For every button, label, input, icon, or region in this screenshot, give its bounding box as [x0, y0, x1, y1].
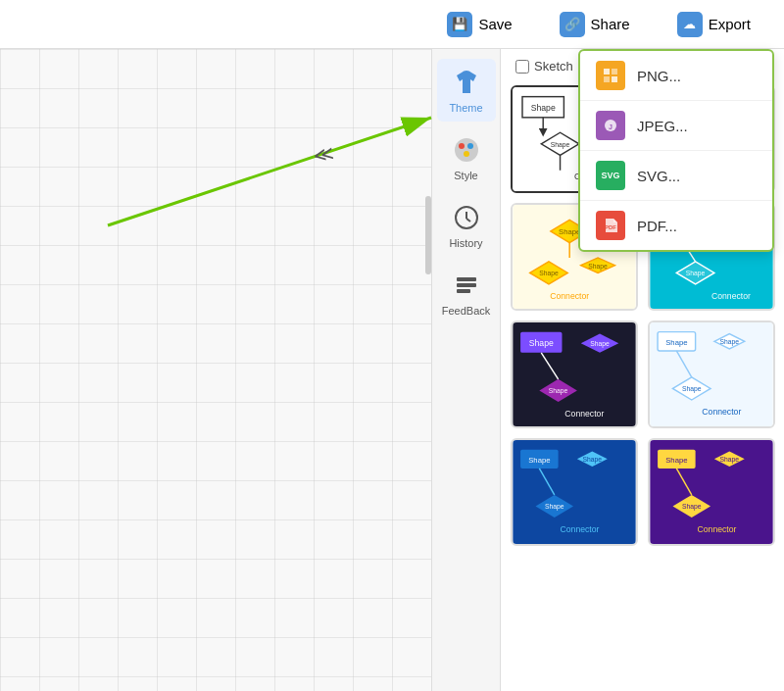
feedback-nav-label: FeedBack — [442, 305, 491, 317]
export-icon: ☁ — [677, 12, 703, 37]
svg-text:Shape: Shape — [529, 338, 554, 348]
svg-text:Shape: Shape — [539, 270, 559, 277]
theme-card-gold-purple[interactable]: Shape Shape Shape Connector — [648, 438, 775, 546]
style-icon — [451, 134, 482, 166]
nav-item-style[interactable]: Style — [437, 126, 496, 189]
svg-text:PDF: PDF — [605, 224, 616, 230]
theme-icon — [451, 67, 482, 98]
export-jpeg-item[interactable]: J JPEG... — [580, 101, 772, 151]
svg-point-3 — [459, 143, 465, 149]
nav-item-feedback[interactable]: FeedBack — [437, 262, 496, 324]
svg-text:Shape: Shape — [545, 503, 564, 511]
svg-text:Shape: Shape — [720, 338, 740, 346]
svg-label: SVG... — [637, 168, 680, 184]
share-label: Share — [591, 16, 630, 32]
svg-rect-9 — [457, 277, 476, 281]
svg-point-2 — [455, 138, 478, 162]
svg-text:Shape: Shape — [588, 263, 608, 271]
png-icon — [596, 61, 625, 90]
svg-line-1 — [108, 118, 431, 225]
sketch-label: Sketch — [534, 59, 573, 74]
svg-text:Connector: Connector — [711, 291, 751, 301]
history-icon — [451, 202, 482, 233]
pdf-icon: PDF — [596, 211, 625, 240]
history-nav-label: History — [449, 237, 482, 249]
svg-text:Shape: Shape — [665, 338, 687, 347]
svg-point-5 — [464, 151, 469, 157]
save-icon: 💾 — [447, 12, 472, 37]
theme-card-navy[interactable]: Shape Shape Shape Connector — [511, 438, 638, 546]
export-png-item[interactable]: PNG... — [580, 51, 772, 101]
export-button[interactable]: ☁ Export — [663, 6, 764, 43]
svg-text:Connector: Connector — [564, 409, 604, 419]
svg-rect-10 — [457, 283, 476, 287]
svg-text:Shape: Shape — [559, 227, 580, 236]
share-button[interactable]: 🔗 Share — [546, 6, 644, 43]
export-dropdown: PNG... J JPEG... SVG SVG... PDF PDF... — [578, 49, 774, 252]
svg-text:Connector: Connector — [702, 407, 741, 417]
svg-point-4 — [467, 143, 473, 149]
sketch-checkbox-label[interactable]: Sketch — [515, 59, 573, 74]
nav-item-history[interactable]: History — [437, 194, 496, 257]
svg-text:Shape: Shape — [528, 456, 550, 465]
canvas[interactable]: ≪ — [0, 49, 431, 691]
svg-icon-export: SVG — [596, 161, 625, 190]
export-pdf-item[interactable]: PDF PDF... — [580, 201, 772, 250]
scrollbar[interactable] — [425, 196, 431, 274]
jpeg-label: JPEG... — [637, 118, 688, 134]
save-button[interactable]: 💾 Save — [433, 6, 525, 43]
jpeg-icon: J — [596, 111, 625, 140]
theme-card-blue-outline[interactable]: Shape Shape Shape Connector — [648, 321, 775, 428]
svg-text:Shape: Shape — [686, 270, 706, 277]
svg-text:Shape: Shape — [549, 387, 568, 395]
export-label: Export — [709, 16, 751, 32]
svg-text:Shape: Shape — [665, 456, 687, 465]
export-svg-item[interactable]: SVG SVG... — [580, 151, 772, 201]
svg-rect-87 — [612, 69, 617, 74]
svg-text:Shape: Shape — [682, 385, 702, 393]
pdf-label: PDF... — [637, 218, 677, 234]
svg-text:Connector: Connector — [550, 291, 589, 301]
toolbar: 💾 Save 🔗 Share ☁ Export — [0, 0, 784, 49]
svg-text:Shape: Shape — [682, 503, 702, 511]
svg-rect-89 — [612, 76, 617, 82]
svg-text:Shape: Shape — [720, 456, 740, 464]
share-icon: 🔗 — [560, 12, 585, 37]
theme-nav-label: Theme — [449, 102, 482, 114]
style-nav-label: Style — [454, 170, 477, 181]
svg-rect-88 — [604, 76, 610, 82]
svg-text:J: J — [609, 123, 612, 130]
svg-text:Shape: Shape — [583, 456, 603, 464]
svg-text:Connector: Connector — [561, 524, 600, 534]
save-label: Save — [478, 16, 512, 32]
svg-text:Shape: Shape — [590, 340, 610, 348]
png-label: PNG... — [637, 68, 681, 84]
sketch-checkbox[interactable] — [515, 60, 529, 74]
svg-rect-86 — [604, 69, 610, 74]
svg-text:Shape: Shape — [551, 141, 570, 149]
arrow-annotation — [98, 108, 470, 235]
svg-text:Shape: Shape — [531, 103, 556, 113]
chevron-collapse-icon[interactable]: ≪ — [312, 140, 336, 167]
theme-card-dark[interactable]: Shape Shape Shape Connector — [511, 321, 638, 428]
nav-item-theme[interactable]: Theme — [437, 59, 496, 122]
icon-nav: Theme Style History — [432, 49, 501, 691]
svg-line-8 — [466, 219, 470, 222]
svg-text:Connector: Connector — [698, 524, 737, 534]
feedback-icon — [451, 270, 482, 301]
svg-rect-11 — [457, 289, 470, 293]
